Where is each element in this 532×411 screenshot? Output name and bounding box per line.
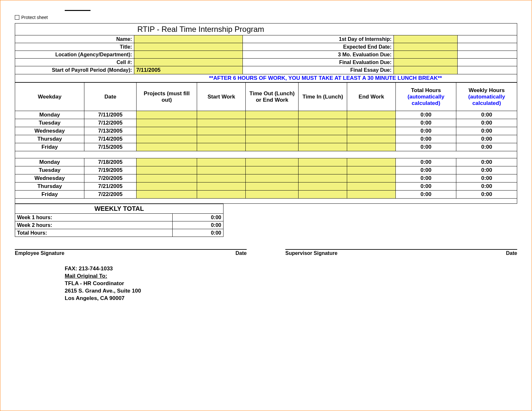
eval3-input[interactable] — [394, 51, 457, 59]
cell-label: Cell #: — [15, 59, 134, 66]
name-input[interactable] — [134, 35, 242, 43]
projects-cell[interactable] — [136, 143, 197, 151]
end-cell[interactable] — [347, 111, 396, 119]
time-row: Thursday7/14/20050:000:00 — [15, 135, 517, 143]
fax-line: FAX: 213-744-1033 — [65, 265, 517, 273]
location-label: Location (Agency/Department): — [15, 51, 134, 59]
expected-end-input[interactable] — [394, 43, 457, 51]
title-input[interactable] — [134, 43, 242, 51]
timein-cell[interactable] — [299, 143, 347, 151]
projects-cell[interactable] — [136, 111, 197, 119]
weekday-cell: Thursday — [15, 182, 84, 191]
projects-cell[interactable] — [136, 135, 197, 143]
end-cell[interactable] — [347, 182, 396, 191]
weekday-cell: Wednesday — [15, 174, 84, 182]
final-essay-input[interactable] — [394, 66, 457, 74]
timein-cell[interactable] — [299, 174, 347, 182]
time-row: Tuesday7/19/20050:000:00 — [15, 166, 517, 174]
timeout-cell[interactable] — [246, 127, 299, 135]
payroll-input[interactable]: 7/11/2005 — [134, 66, 242, 74]
timein-cell[interactable] — [299, 182, 347, 191]
cell-input[interactable] — [134, 59, 242, 66]
total-cell: 0:00 — [395, 143, 456, 151]
final-eval-label: Final Evaluation Due: — [242, 59, 394, 66]
timein-cell[interactable] — [299, 166, 347, 174]
weekly-total-table: WEEKLY TOTAL Week 1 hours: 0:00 Week 2 h… — [15, 204, 223, 237]
start-cell[interactable] — [197, 127, 246, 135]
weekday-cell: Monday — [15, 111, 84, 119]
time-row: Tuesday7/12/20050:000:00 — [15, 119, 517, 127]
date-cell: 7/14/2005 — [84, 135, 137, 143]
timeout-cell[interactable] — [246, 119, 299, 127]
time-row: Friday7/15/20050:000:00 — [15, 143, 517, 151]
end-cell[interactable] — [347, 158, 396, 166]
addr1: TFLA - HR Coordinator — [65, 280, 517, 287]
timein-cell[interactable] — [299, 158, 347, 166]
time-row: Friday7/22/20050:000:00 — [15, 191, 517, 199]
start-cell[interactable] — [197, 174, 246, 182]
end-cell[interactable] — [347, 191, 396, 199]
location-input[interactable] — [134, 51, 242, 59]
timein-cell[interactable] — [299, 191, 347, 199]
projects-cell[interactable] — [136, 166, 197, 174]
sup-date-label: Date — [506, 250, 517, 256]
start-cell[interactable] — [197, 111, 246, 119]
end-cell[interactable] — [347, 143, 396, 151]
projects-cell[interactable] — [136, 191, 197, 199]
timeout-cell[interactable] — [246, 158, 299, 166]
total-value: 0:00 — [173, 229, 223, 237]
timein-cell[interactable] — [299, 127, 347, 135]
start-cell[interactable] — [197, 158, 246, 166]
total-cell: 0:00 — [395, 166, 456, 174]
projects-cell[interactable] — [136, 174, 197, 182]
protect-sheet-row: Protect sheet — [15, 15, 517, 20]
weekly-cell: 0:00 — [456, 143, 517, 151]
timeout-cell[interactable] — [246, 143, 299, 151]
first-day-input[interactable] — [394, 35, 457, 43]
col-timein: Time In (Lunch) — [299, 83, 347, 111]
timein-cell[interactable] — [299, 119, 347, 127]
weekday-cell: Tuesday — [15, 166, 84, 174]
end-cell[interactable] — [347, 174, 396, 182]
timeout-cell[interactable] — [246, 191, 299, 199]
timeout-cell[interactable] — [246, 166, 299, 174]
addr3: Los Angeles, CA 90007 — [65, 295, 517, 302]
weekly-cell: 0:00 — [456, 166, 517, 174]
end-cell[interactable] — [347, 166, 396, 174]
start-cell[interactable] — [197, 135, 246, 143]
weekday-cell: Wednesday — [15, 127, 84, 135]
total-cell: 0:00 — [395, 119, 456, 127]
start-cell[interactable] — [197, 143, 246, 151]
date-cell: 7/21/2005 — [84, 182, 137, 191]
projects-cell[interactable] — [136, 119, 197, 127]
timein-cell[interactable] — [299, 135, 347, 143]
projects-cell[interactable] — [136, 182, 197, 191]
start-cell[interactable] — [197, 191, 246, 199]
time-row: Monday7/18/20050:000:00 — [15, 158, 517, 166]
projects-cell[interactable] — [136, 127, 197, 135]
final-eval-input[interactable] — [394, 59, 457, 66]
start-cell[interactable] — [197, 166, 246, 174]
weekday-cell: Thursday — [15, 135, 84, 143]
total-cell: 0:00 — [395, 182, 456, 191]
time-row: Monday7/11/20050:000:00 — [15, 111, 517, 119]
blank-cell — [457, 35, 517, 43]
end-cell[interactable] — [347, 135, 396, 143]
timeout-cell[interactable] — [246, 182, 299, 191]
timeout-cell[interactable] — [246, 174, 299, 182]
end-cell[interactable] — [347, 127, 396, 135]
start-cell[interactable] — [197, 182, 246, 191]
end-cell[interactable] — [347, 119, 396, 127]
first-day-label: 1st Day of Internship: — [242, 35, 394, 43]
projects-cell[interactable] — [136, 158, 197, 166]
timeout-cell[interactable] — [246, 135, 299, 143]
bottom-spacer — [15, 199, 517, 204]
weekday-cell: Monday — [15, 158, 84, 166]
time-row: Thursday7/21/20050:000:00 — [15, 182, 517, 191]
timein-cell[interactable] — [299, 111, 347, 119]
start-cell[interactable] — [197, 119, 246, 127]
timeout-cell[interactable] — [246, 111, 299, 119]
protect-checkbox[interactable] — [15, 15, 19, 20]
final-essay-label: Final Essay Due: — [242, 66, 394, 74]
date-cell: 7/18/2005 — [84, 158, 137, 166]
